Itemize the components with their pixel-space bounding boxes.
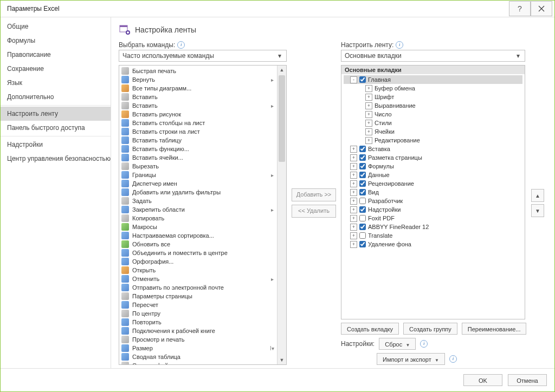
tree-checkbox[interactable]	[359, 172, 366, 178]
tree-node[interactable]: +Надстройки	[344, 205, 522, 214]
reset-menu-button[interactable]: Сброс	[379, 338, 416, 350]
command-item[interactable]: Пересчет	[119, 300, 277, 309]
expand-icon[interactable]: +	[365, 137, 372, 144]
tree-checkbox[interactable]	[359, 146, 366, 152]
command-item[interactable]: Создать файл	[119, 361, 277, 364]
expand-icon[interactable]: +	[350, 172, 357, 179]
cancel-button[interactable]: Отмена	[508, 374, 547, 386]
customize-ribbon-combo[interactable]: Основные вкладки ▾	[341, 50, 525, 62]
sidebar-item-general[interactable]: Общие	[1, 19, 111, 34]
help-button[interactable]: ?	[509, 1, 531, 16]
ok-button[interactable]: OK	[463, 374, 502, 386]
tree-checkbox[interactable]	[359, 163, 366, 169]
command-item[interactable]: Границы▸	[119, 171, 277, 179]
command-item[interactable]: Вставить▸	[119, 101, 277, 110]
commands-list[interactable]: Быстрая печатьВернуть▸Все типы диаграмм.…	[119, 65, 287, 365]
tree-checkbox[interactable]	[359, 76, 366, 83]
expand-icon[interactable]: +	[365, 128, 372, 135]
tree-checkbox[interactable]	[359, 241, 366, 247]
tree-node[interactable]: +Формулы	[344, 162, 522, 171]
rename-button[interactable]: Переименование...	[462, 323, 527, 335]
command-item[interactable]: По центру	[119, 309, 277, 318]
command-item[interactable]: Вставить	[119, 93, 277, 101]
import-export-menu-button[interactable]: Импорт и экспорт	[377, 353, 445, 365]
sidebar-item-advanced[interactable]: Дополнительно	[1, 90, 111, 104]
tree-node[interactable]: +ABBYY FineReader 12	[344, 223, 522, 231]
sidebar-item-customize-ribbon[interactable]: Настроить ленту	[1, 107, 111, 121]
sidebar-item-quick-access[interactable]: Панель быстрого доступа	[1, 121, 111, 135]
tree-node[interactable]: +Вид	[344, 188, 522, 197]
collapse-icon[interactable]: -	[350, 76, 357, 83]
command-item[interactable]: Отправить по электронной почте	[119, 283, 277, 292]
tree-checkbox[interactable]	[359, 224, 366, 230]
move-down-button[interactable]: ▼	[531, 204, 544, 217]
tree-node[interactable]: +Foxit PDF	[344, 214, 522, 223]
info-icon[interactable]: i	[396, 41, 403, 49]
expand-icon[interactable]: +	[365, 111, 372, 118]
remove-button[interactable]: << Удалить	[292, 205, 336, 218]
command-item[interactable]: Добавить или удалить фильтры	[119, 188, 277, 197]
expand-icon[interactable]: +	[350, 163, 357, 170]
command-item[interactable]: Вставить столбцы на лист	[119, 119, 277, 127]
sidebar-item-trust-center[interactable]: Центр управления безопасностью	[1, 152, 111, 166]
command-item[interactable]: Параметры страницы	[119, 292, 277, 300]
command-item[interactable]: Вернуть▸	[119, 75, 277, 84]
info-icon[interactable]: i	[420, 340, 428, 348]
command-item[interactable]: Задать	[119, 197, 277, 205]
tree-node[interactable]: +Данные	[344, 171, 522, 179]
command-item[interactable]: Все типы диаграмм...	[119, 84, 277, 93]
tree-checkbox[interactable]	[359, 180, 366, 187]
command-item[interactable]: Быстрая печать	[119, 67, 277, 75]
expand-icon[interactable]: +	[350, 146, 357, 153]
tree-checkbox[interactable]	[359, 206, 366, 213]
command-item[interactable]: Вставить рисунок	[119, 110, 277, 119]
sidebar-item-language[interactable]: Язык	[1, 76, 111, 90]
command-item[interactable]: Просмотр и печать	[119, 335, 277, 344]
choose-commands-combo[interactable]: Часто используемые команды ▾	[119, 50, 287, 62]
tree-checkbox[interactable]	[359, 189, 366, 195]
command-item[interactable]: Обновить все	[119, 240, 277, 249]
expand-icon[interactable]: +	[350, 154, 357, 161]
add-button[interactable]: Добавить >>	[292, 188, 336, 201]
expand-icon[interactable]: +	[350, 232, 357, 239]
tree-node[interactable]: +Ячейки	[344, 127, 522, 136]
command-item[interactable]: Орфография...	[119, 257, 277, 266]
sidebar-item-proofing[interactable]: Правописание	[1, 48, 111, 62]
sidebar-item-addins[interactable]: Надстройки	[1, 138, 111, 152]
commands-scrollbar[interactable]: ▲ ▼	[277, 66, 286, 364]
tree-node[interactable]: -Главная	[344, 75, 522, 84]
command-item[interactable]: Объединить и поместить в центре	[119, 249, 277, 257]
tree-node[interactable]: +Выравнивание	[344, 101, 522, 110]
command-item[interactable]: Макросы	[119, 223, 277, 231]
expand-icon[interactable]: +	[365, 94, 372, 101]
info-icon[interactable]: i	[449, 355, 457, 363]
expand-icon[interactable]: +	[350, 224, 357, 231]
tree-node[interactable]: +Число	[344, 110, 522, 119]
tree-node[interactable]: +Разметка страницы	[344, 153, 522, 162]
close-button[interactable]	[531, 1, 552, 16]
tree-checkbox[interactable]	[359, 154, 366, 161]
scroll-down-icon[interactable]: ▼	[278, 356, 286, 364]
sidebar-item-save[interactable]: Сохранение	[1, 62, 111, 76]
expand-icon[interactable]: +	[350, 215, 357, 222]
tree-checkbox[interactable]	[359, 198, 366, 204]
info-icon[interactable]: i	[177, 41, 185, 49]
tree-node[interactable]: +Буфер обмена	[344, 84, 522, 93]
command-item[interactable]: Подключения к рабочей книге	[119, 326, 277, 335]
tree-node[interactable]: +Редактирование	[344, 136, 522, 145]
move-up-button[interactable]: ▲	[531, 189, 544, 202]
ribbon-tree[interactable]: Основные вкладки -Главная+Буфер обмена+Ш…	[341, 65, 525, 319]
expand-icon[interactable]: +	[350, 198, 357, 205]
tree-node[interactable]: +Шрифт	[344, 93, 522, 101]
command-item[interactable]: Повторить	[119, 318, 277, 326]
command-item[interactable]: Вставить строки на лист	[119, 127, 277, 136]
expand-icon[interactable]: +	[365, 102, 372, 109]
command-item[interactable]: Вставить функцию...	[119, 145, 277, 153]
sidebar-item-formulas[interactable]: Формулы	[1, 34, 111, 48]
tree-checkbox[interactable]	[359, 215, 366, 221]
command-item[interactable]: Диспетчер имен	[119, 179, 277, 188]
command-item[interactable]: Открыть	[119, 266, 277, 275]
command-item[interactable]: Копировать	[119, 214, 277, 223]
tree-node[interactable]: +Удаление фона	[344, 240, 522, 249]
new-group-button[interactable]: Создать группу	[403, 323, 457, 335]
